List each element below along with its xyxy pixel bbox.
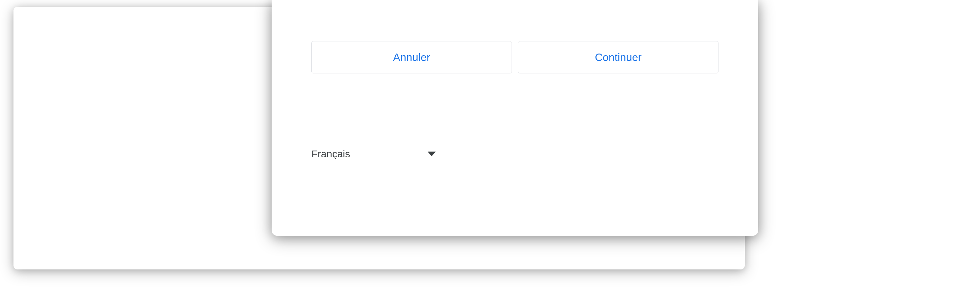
- continue-button[interactable]: Continuer: [518, 41, 719, 73]
- chevron-down-icon: [428, 151, 436, 156]
- language-selector[interactable]: Français: [312, 148, 436, 160]
- cancel-button[interactable]: Annuler: [312, 41, 512, 73]
- cancel-button-label: Annuler: [393, 51, 430, 64]
- language-label: Français: [312, 148, 350, 160]
- outer-panel: Annuler Continuer Français: [13, 7, 745, 269]
- dialog-card: Annuler Continuer Français: [272, 0, 758, 236]
- continue-button-label: Continuer: [595, 51, 642, 64]
- action-button-row: Annuler Continuer: [312, 41, 719, 73]
